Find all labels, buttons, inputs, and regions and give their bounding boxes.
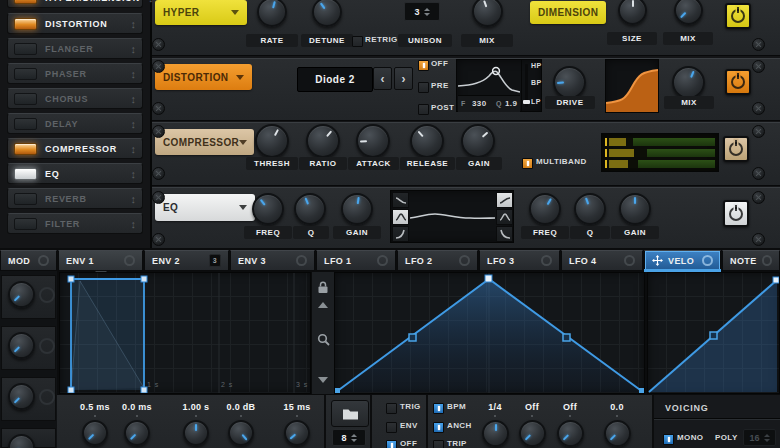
stepper-arrows-icon[interactable]: [351, 434, 357, 442]
hyper-unison-stepper[interactable]: 3: [404, 2, 440, 21]
env-hold-value[interactable]: 0.0 ms: [112, 402, 162, 412]
lfo-phase-value[interactable]: 0.0: [592, 402, 642, 412]
eq-gain-knob-2[interactable]: [619, 193, 651, 225]
drag-handle-icon[interactable]: ↕: [131, 193, 137, 205]
eq-band2-shelf-button[interactable]: [496, 192, 513, 208]
distortion-filter-display[interactable]: F 330 Q 1.9 HP BP LP: [456, 59, 542, 112]
fx-enable-led[interactable]: [14, 168, 37, 180]
preset-prev-button[interactable]: ‹: [373, 67, 392, 90]
tab-lfo4[interactable]: LFO 4: [561, 250, 643, 271]
velo-curve[interactable]: [648, 273, 779, 393]
env-sustain-value[interactable]: 0.0 dB: [216, 402, 266, 412]
eq-band2-lowpass-button[interactable]: [496, 226, 513, 242]
compressor-thresh-knob[interactable]: [255, 124, 289, 158]
hyper-retrig-checkbox[interactable]: [352, 36, 363, 47]
eq-display[interactable]: [390, 190, 514, 243]
distortion-power-button[interactable]: [725, 69, 751, 95]
env1-display[interactable]: 1 s 2 s 3 s: [59, 272, 311, 394]
zoom-icon[interactable]: [316, 332, 330, 346]
compressor-multiband-checkbox[interactable]: [522, 158, 533, 169]
drag-handle-icon[interactable]: ↕: [131, 118, 137, 130]
env-decay-knob[interactable]: [183, 420, 209, 446]
tab-env3[interactable]: ENV 3: [230, 250, 315, 271]
voicing-mono-checkbox[interactable]: [663, 434, 674, 445]
fx-enable-led[interactable]: [14, 18, 37, 30]
tab-velo[interactable]: VELO: [644, 250, 721, 271]
tab-lfo3[interactable]: LFO 3: [479, 250, 560, 271]
folder-button[interactable]: [331, 400, 369, 427]
env1-curve[interactable]: [60, 273, 310, 393]
filter-type-slider-handle[interactable]: [523, 100, 530, 104]
fx-item-compressor[interactable]: COMPRESSOR ↕: [7, 138, 143, 159]
distortion-section-label[interactable]: DISTORTION: [155, 64, 252, 90]
fx-enable-led[interactable]: [14, 218, 37, 230]
lfo-smooth-knob[interactable]: [557, 420, 584, 447]
eq-band1-highpass-button[interactable]: [392, 226, 409, 242]
env-release-value[interactable]: 15 ms: [272, 402, 322, 412]
eq-power-button[interactable]: [723, 200, 749, 227]
lfo-grid-stepper[interactable]: 8: [332, 429, 366, 446]
eq-band1-peak-button[interactable]: [392, 209, 409, 225]
distortion-mix-knob[interactable]: [672, 66, 705, 99]
filter-lp-label[interactable]: LP: [531, 98, 541, 105]
filter-hp-label[interactable]: HP: [531, 62, 542, 69]
env-decay-value[interactable]: 1.00 s: [171, 402, 221, 412]
lfo-anch-checkbox[interactable]: [433, 422, 444, 433]
fx-item-reverb[interactable]: REVERB ↕: [7, 188, 143, 209]
lock-icon[interactable]: [316, 280, 330, 295]
chevron-up-icon[interactable]: [318, 302, 328, 308]
eq-band2-peak-button[interactable]: [496, 209, 513, 225]
stepper-arrows-icon[interactable]: [764, 434, 770, 442]
mod-slot[interactable]: [1, 326, 56, 370]
compressor-release-knob[interactable]: [410, 124, 444, 158]
mod-amount-knob[interactable]: [8, 434, 35, 448]
mod-amount-knob[interactable]: [8, 383, 35, 410]
distortion-preset-select[interactable]: Diode 2: [297, 67, 373, 92]
fx-item-flanger[interactable]: FLANGER ↕: [7, 38, 143, 59]
drag-handle-icon[interactable]: ↕: [131, 18, 137, 30]
compressor-power-button[interactable]: [723, 136, 749, 162]
tab-lfo2[interactable]: LFO 2: [397, 250, 478, 271]
lfo1-shape[interactable]: [335, 273, 644, 393]
eq-band1-shelf-button[interactable]: [392, 192, 409, 208]
fx-item-distortion[interactable]: DISTORTION ↕: [7, 13, 143, 34]
mod-amount-knob[interactable]: [8, 281, 35, 308]
fx-enable-led[interactable]: [14, 93, 37, 105]
distortion-drive-knob[interactable]: [553, 66, 586, 99]
distortion-filter-post-checkbox[interactable]: [418, 104, 429, 115]
fx-item-eq[interactable]: EQ ↕: [7, 163, 143, 184]
eq-curve[interactable]: [410, 192, 495, 242]
velo-display[interactable]: [647, 272, 780, 394]
lfo-rate-knob[interactable]: [482, 420, 509, 447]
stepper-arrows-icon[interactable]: [424, 8, 430, 16]
tab-env1[interactable]: ENV 1: [58, 250, 143, 271]
drag-handle-icon[interactable]: ↕: [131, 218, 137, 230]
lfo-delay-knob[interactable]: [519, 420, 546, 447]
fx-enable-led[interactable]: [14, 43, 37, 55]
fx-enable-led[interactable]: [14, 68, 37, 80]
lfo-smooth-value[interactable]: Off: [545, 402, 595, 412]
mod-slot[interactable]: [1, 275, 56, 319]
lfo-trip-checkbox[interactable]: [433, 440, 444, 448]
filter-freq-value[interactable]: 330: [472, 99, 487, 108]
fx-item-phaser[interactable]: PHASER ↕: [7, 63, 143, 84]
fx-enable-led[interactable]: [14, 118, 37, 130]
tab-mod[interactable]: MOD: [0, 250, 57, 271]
env-attack-knob[interactable]: [82, 420, 108, 446]
fx-item-filter[interactable]: FILTER ↕: [7, 213, 143, 234]
fx-enable-led[interactable]: [14, 143, 37, 155]
tab-lfo1[interactable]: LFO 1: [316, 250, 396, 271]
drag-handle-icon[interactable]: ↕: [148, 0, 154, 4]
mod-slot[interactable]: [1, 428, 56, 448]
drag-handle-icon[interactable]: ↕: [131, 68, 137, 80]
filter-type-selector[interactable]: HP BP LP: [521, 60, 543, 111]
eq-q-knob-1[interactable]: [294, 193, 326, 225]
fx-item-hyper-dimension[interactable]: HYPER/DIMENSION ↕: [7, 0, 143, 8]
compressor-gain-knob[interactable]: [461, 124, 495, 158]
distortion-filter-off-checkbox[interactable]: [418, 60, 429, 71]
lfo1-display[interactable]: [334, 272, 645, 394]
env-hold-knob[interactable]: [124, 420, 150, 446]
fx-item-chorus[interactable]: CHORUS ↕: [7, 88, 143, 109]
eq-freq-knob-2[interactable]: [529, 193, 561, 225]
mod-amount-knob[interactable]: [8, 332, 35, 359]
